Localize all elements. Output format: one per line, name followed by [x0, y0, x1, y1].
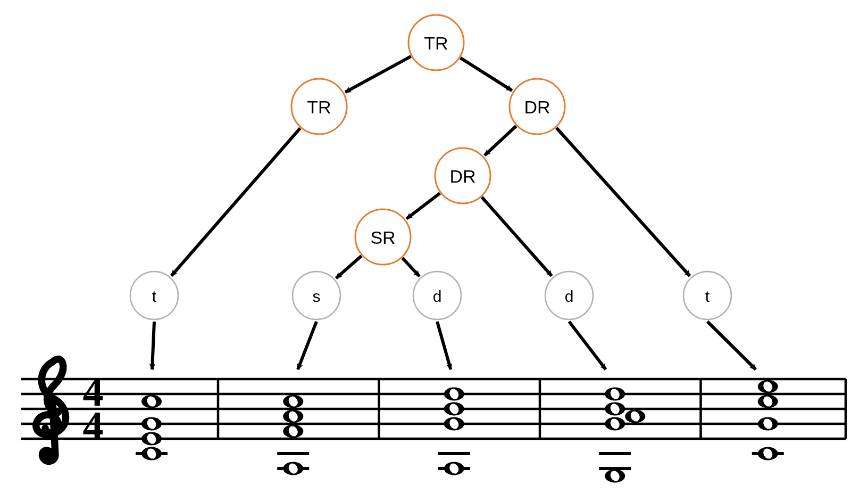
tree-edge	[406, 193, 440, 219]
tree-node-label: DR	[524, 97, 550, 117]
time-signature: 44	[83, 368, 104, 449]
tree-node-label: TR	[424, 33, 448, 53]
treble-clef-icon	[36, 359, 66, 462]
tree-node-label: t	[152, 287, 157, 305]
tree-node-l3sr: SR	[355, 209, 411, 265]
leaf-to-chord-arrow	[298, 322, 316, 369]
tree-edge	[403, 258, 420, 276]
tree-node-l1a: TR	[291, 79, 347, 134]
tree-node-root: TR	[408, 15, 464, 70]
tree-edge	[461, 58, 512, 91]
tree-node-leaf1: t	[130, 272, 178, 319]
tree-node-label: TR	[307, 97, 331, 117]
tree-node-label: d	[433, 287, 442, 305]
tree-node-leaf2: s	[293, 272, 340, 319]
chord	[438, 387, 470, 475]
chord	[599, 387, 645, 482]
tree-edge	[482, 197, 552, 276]
leaf-to-chord-arrow	[152, 322, 154, 369]
tree-edge	[171, 128, 300, 276]
tree-node-leaf5: t	[683, 272, 731, 319]
chord	[752, 380, 784, 460]
svg-point-15	[45, 450, 57, 462]
tree-node-label: d	[565, 287, 574, 305]
leaf-to-chord-arrow	[569, 322, 606, 369]
leaf-to-chord-arrow	[437, 322, 450, 369]
leaf-to-chord-arrow	[707, 322, 756, 369]
chord	[277, 395, 309, 475]
tree-node-leaf3: d	[413, 272, 461, 319]
tree-node-label: DR	[449, 166, 475, 186]
tree-edge	[485, 126, 516, 155]
staff	[21, 379, 846, 439]
tree-node-label: t	[705, 287, 710, 305]
tree-node-label: SR	[370, 227, 395, 248]
tree-edge	[556, 128, 690, 276]
svg-text:4: 4	[83, 402, 104, 449]
tree-edge	[336, 256, 362, 278]
chord	[136, 395, 168, 460]
tree-node-leaf4: d	[545, 272, 593, 319]
tree-node-l2dr: DR	[435, 148, 490, 203]
tree-edge	[345, 56, 411, 92]
tree-node-label: s	[313, 287, 321, 305]
tree-node-l1b: DR	[510, 79, 565, 134]
